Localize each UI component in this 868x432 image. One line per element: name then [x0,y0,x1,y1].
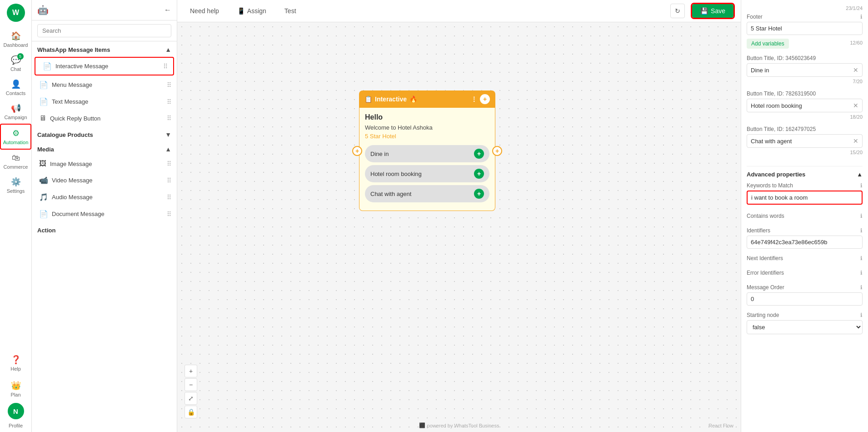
search-input[interactable] [37,24,171,37]
nav-item-campaign[interactable]: 📢 Campaign [0,100,31,124]
image-msg-dots[interactable]: ⠿ [167,160,171,167]
footer-add-variables-button[interactable]: Add variables [747,39,789,49]
starting-node-select[interactable]: false [747,320,863,334]
quickreply-msg-dots[interactable]: ⠿ [167,115,171,122]
button1-remove[interactable]: ✕ [853,66,858,74]
keywords-input[interactable]: i want to book a room [747,191,863,205]
keywords-info-icon[interactable]: ℹ [860,182,863,189]
footer-input[interactable] [747,22,863,35]
rp-next-identifiers-label: Next Identifiers ℹ [747,255,863,261]
zoom-in-button[interactable]: + [185,365,197,377]
node-footer-text: 5 Star Hotel [365,133,489,140]
campaign-icon: 📢 [11,103,21,113]
action-section-header: Action [32,222,177,236]
nav-item-plan[interactable]: 👑 Plan [8,377,24,401]
node-btn-1-add[interactable]: + [474,149,484,159]
need-help-tab[interactable]: Need help [185,5,224,17]
main-canvas: Need help 📱 Assign Test ↻ 💾 Save + + 📋 I… [177,0,741,432]
nav-label-chat: Chat [10,66,21,72]
assign-tab[interactable]: 📱 Assign [232,5,272,17]
nav-item-chat[interactable]: 💬 5 Chat [0,51,31,75]
user-avatar[interactable]: N [8,403,24,419]
sidebar-item-text[interactable]: 📄 Text Message ⠿ [32,93,177,110]
message-order-info-icon[interactable]: ℹ [860,284,863,291]
node-btn-1[interactable]: Dine in + [365,145,489,162]
nav-item-settings[interactable]: ⚙️ Settings [0,173,31,197]
node-kebab-menu[interactable]: ⋮ [471,95,477,103]
sidebar-item-video[interactable]: 📹 Video Message ⠿ [32,172,177,189]
interactive-msg-dots[interactable]: ⠿ [163,63,168,70]
document-msg-dots[interactable]: ⠿ [167,211,171,218]
back-icon[interactable]: ← [164,6,171,14]
starting-node-info-icon[interactable]: ℹ [860,312,863,318]
save-button[interactable]: 💾 Save [692,4,733,18]
audio-msg-dots[interactable]: ⠿ [167,194,171,201]
rp-button3-section: Button Title, ID: 1624797025 Chat with a… [747,126,863,155]
rp-next-identifiers-section: Next Identifiers ℹ [747,255,863,263]
button3-remove[interactable]: ✕ [853,137,858,145]
document-msg-icon: 📄 [39,210,48,218]
interactive-msg-icon: 📄 [43,62,52,70]
search-box [32,20,177,41]
canvas-watermark: ⬛ powered by WhatsTool Business [419,422,499,428]
menu-msg-dots[interactable]: ⠿ [167,81,171,89]
fit-screen-button[interactable]: ⤢ [185,392,197,405]
node-title: Hello [365,113,489,121]
rp-starting-node-label: Starting node ℹ [747,312,863,318]
sidebar-item-menu[interactable]: 📄 Menu Message ⠿ [32,76,177,93]
node-body-text: Welcome to Hotel Ashoka [365,124,489,131]
settings-icon: ⚙️ [11,177,21,187]
next-identifiers-info-icon[interactable]: ℹ [860,255,863,261]
canvas-area[interactable]: + + 📋 Interactive 🔥 ⋮ + Hello Welcome to… [177,22,741,432]
button2-counter: 18/20 [747,114,863,120]
node-btn-2-add[interactable]: + [474,169,484,179]
button2-remove[interactable]: ✕ [853,102,858,109]
adv-collapse-icon[interactable]: ▲ [857,171,863,178]
sidebar-item-document-label: Document Message [52,211,105,217]
node-header: 📋 Interactive 🔥 ⋮ + [359,90,495,108]
nav-label-automation: Automation [3,140,29,145]
nav-item-commerce[interactable]: 🛍 Commerce [0,150,31,173]
sidebar-panel: 🤖 ← WhatsApp Message Items ▲ 📄 Interacti… [32,0,177,432]
node-add-right-button[interactable]: + [492,146,502,156]
catalogue-section-toggle[interactable]: ▼ [165,131,171,138]
media-section-toggle[interactable]: ▲ [165,146,171,153]
node-btn-2[interactable]: Hotel room booking + [365,165,489,182]
sidebar-item-interactive[interactable]: 📄 Interactive Message ⠿ [35,57,174,75]
contains-info-icon[interactable]: ℹ [860,213,863,219]
identifiers-info-icon[interactable]: ℹ [860,227,863,234]
footer-info-icon[interactable]: ℹ [860,14,863,20]
node-btn-3[interactable]: Chat with agent + [365,185,489,202]
automation-icon: ⚙ [12,128,20,138]
rp-button1-section: Button Title, ID: 3456023649 Dine in ✕ 7… [747,55,863,84]
node-btn-3-add[interactable]: + [474,189,484,199]
text-msg-dots[interactable]: ⠿ [167,98,171,105]
refresh-button[interactable]: ↻ [670,4,685,18]
node-add-button[interactable]: + [480,94,490,104]
sidebar-item-quickreply-label: Quick Reply Button [50,115,100,122]
rp-contains-section: Contains words ℹ [747,213,863,221]
zoom-out-button[interactable]: − [185,378,197,391]
error-identifiers-info-icon[interactable]: ℹ [860,270,863,276]
catalogue-section-label: Catalogue Products [37,131,93,138]
nav-label-help: Help [10,366,21,372]
lock-button[interactable]: 🔒 [185,406,197,418]
nav-item-contacts[interactable]: 👤 Contacts [0,75,31,100]
nav-item-dashboard[interactable]: 🏠 Dashboard [0,27,31,51]
sidebar-item-image[interactable]: 🖼 Image Message ⠿ [32,156,177,172]
chat-badge: 5 [17,53,24,60]
sidebar-item-audio[interactable]: 🎵 Audio Message ⠿ [32,189,177,206]
nav-item-automation[interactable]: ⚙ Automation [0,124,31,150]
rp-button1-row: Dine in ✕ [747,63,863,77]
video-msg-dots[interactable]: ⠿ [167,177,171,184]
video-msg-icon: 📹 [39,176,48,185]
sidebar-item-document[interactable]: 📄 Document Message ⠿ [32,206,177,222]
catalogue-section-header: Catalogue Products ▼ [32,126,177,141]
sidebar-item-quickreply[interactable]: 🖥 Quick Reply Button ⠿ [32,110,177,126]
nav-item-help[interactable]: ❓ Help [8,351,24,375]
rp-button2-row: Hotel room booking ✕ [747,99,863,112]
flow-node-interactive: + + 📋 Interactive 🔥 ⋮ + Hello Welcome to… [359,90,495,211]
node-add-left-button[interactable]: + [352,146,362,156]
whatsapp-section-toggle[interactable]: ▲ [165,46,171,53]
test-tab[interactable]: Test [279,5,302,17]
